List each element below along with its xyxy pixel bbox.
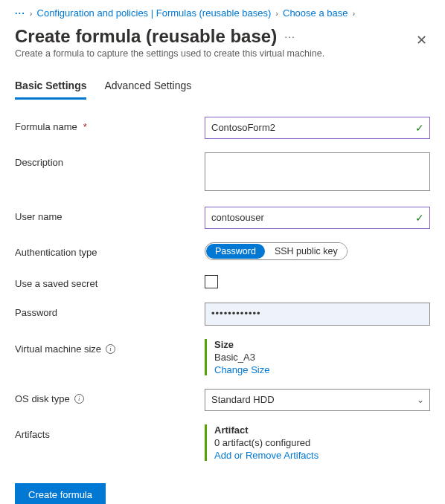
- check-icon: ✓: [415, 122, 424, 134]
- saved-secret-checkbox[interactable]: [205, 275, 218, 288]
- breadcrumb-ellipsis[interactable]: ···: [15, 7, 25, 19]
- page-title: Create formula (reusable base) ···: [15, 26, 324, 47]
- check-icon: ✓: [415, 212, 424, 224]
- auth-ssh-option[interactable]: SSH public key: [266, 243, 347, 259]
- label-vm-size: Virtual machine size i: [15, 339, 205, 355]
- breadcrumb-link-config[interactable]: Configuration and policies | Formulas (r…: [37, 7, 272, 19]
- close-icon[interactable]: ✕: [413, 30, 430, 50]
- label-saved-secret: Use a saved secret: [15, 274, 205, 289]
- user-name-input[interactable]: [205, 207, 430, 229]
- auth-type-toggle: Password SSH public key: [205, 242, 348, 260]
- chevron-right-icon: ›: [30, 9, 33, 18]
- label-description: Description: [15, 152, 205, 168]
- change-size-link[interactable]: Change Size: [214, 364, 430, 375]
- vm-size-value: Basic_A3: [214, 352, 430, 363]
- label-user-name: User name: [15, 207, 205, 222]
- description-input[interactable]: [205, 152, 430, 191]
- artifacts-header: Artifact: [214, 424, 430, 436]
- vm-size-header: Size: [214, 339, 430, 350]
- info-icon[interactable]: i: [106, 344, 115, 354]
- label-artifacts: Artifacts: [15, 424, 205, 440]
- password-input[interactable]: [205, 303, 430, 325]
- breadcrumb-link-choose-base[interactable]: Choose a base: [283, 7, 348, 19]
- label-auth-type: Authentication type: [15, 242, 205, 258]
- auth-password-option[interactable]: Password: [206, 244, 265, 259]
- more-icon[interactable]: ···: [284, 30, 295, 42]
- vm-size-block: Size Basic_A3 Change Size: [205, 339, 430, 375]
- info-icon[interactable]: i: [74, 394, 84, 404]
- os-disk-select[interactable]: [205, 389, 430, 411]
- label-formula-name: Formula name*: [15, 117, 205, 132]
- label-password: Password: [15, 303, 205, 318]
- artifacts-count: 0 artifact(s) configured: [214, 437, 430, 448]
- chevron-right-icon: ›: [352, 9, 355, 18]
- breadcrumb: ··· › Configuration and policies | Formu…: [15, 7, 430, 19]
- chevron-right-icon: ›: [275, 9, 278, 18]
- create-formula-button[interactable]: Create formula: [15, 483, 106, 504]
- page-subtitle: Create a formula to capture the settings…: [15, 48, 324, 59]
- artifacts-link[interactable]: Add or Remove Artifacts: [214, 450, 430, 461]
- label-os-disk: OS disk type i: [15, 389, 205, 404]
- artifacts-block: Artifact 0 artifact(s) configured Add or…: [205, 424, 430, 461]
- formula-name-input[interactable]: [205, 117, 430, 139]
- tabs: Basic Settings Advanced Settings: [15, 80, 430, 100]
- tab-advanced-settings[interactable]: Advanced Settings: [104, 80, 191, 100]
- tab-basic-settings[interactable]: Basic Settings: [15, 80, 86, 100]
